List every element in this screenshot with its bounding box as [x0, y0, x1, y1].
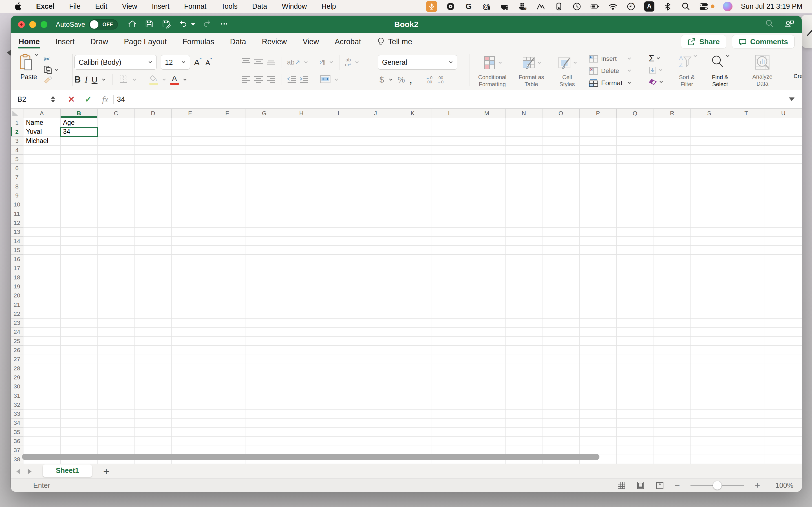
cell-T15[interactable]: [728, 245, 765, 255]
cell-G17[interactable]: [246, 264, 283, 273]
cell-S5[interactable]: [691, 155, 728, 164]
cell-G24[interactable]: [246, 328, 283, 337]
siri-icon[interactable]: [723, 2, 732, 11]
cell-K24[interactable]: [394, 328, 432, 337]
cell-P7[interactable]: [580, 173, 617, 182]
column-header-K[interactable]: K: [394, 109, 432, 118]
cell-T34[interactable]: [728, 418, 765, 428]
cell-C19[interactable]: [98, 282, 135, 291]
cell-P4[interactable]: [580, 146, 617, 155]
cell-L21[interactable]: [432, 300, 469, 309]
cell-G36[interactable]: [246, 437, 283, 446]
font-color-dropdown-icon[interactable]: [183, 78, 187, 81]
cell-U3[interactable]: [765, 136, 802, 146]
cell-C24[interactable]: [98, 328, 135, 337]
cell-S8[interactable]: [691, 182, 728, 191]
cell-N22[interactable]: [506, 309, 543, 318]
cell-N19[interactable]: [506, 282, 543, 291]
format-cells-button[interactable]: Format: [589, 78, 645, 88]
cell-C1[interactable]: [98, 118, 135, 127]
cell-E33[interactable]: [172, 409, 209, 418]
cell-D14[interactable]: [135, 237, 172, 245]
currency-format-button[interactable]: $: [379, 75, 384, 84]
cell-S19[interactable]: [691, 282, 728, 291]
cell-D28[interactable]: [135, 364, 172, 373]
cell-U8[interactable]: [765, 182, 802, 191]
cell-Q7[interactable]: [617, 173, 654, 182]
column-header-R[interactable]: R: [654, 109, 691, 118]
cell-K32[interactable]: [394, 400, 432, 409]
record-stop-icon[interactable]: [446, 2, 455, 11]
cell-I26[interactable]: [320, 346, 357, 355]
cell-D34[interactable]: [135, 418, 172, 428]
cell-H26[interactable]: [283, 346, 320, 355]
cell-E32[interactable]: [172, 400, 209, 409]
cell-R10[interactable]: [654, 200, 691, 209]
cell-T12[interactable]: [728, 218, 765, 227]
cell-D9[interactable]: [135, 191, 172, 200]
cell-S28[interactable]: [691, 364, 728, 373]
create-pdf-button[interactable]: Create PDF and share link: [786, 50, 802, 90]
formula-input-value[interactable]: 34: [117, 95, 125, 103]
cell-K25[interactable]: [394, 337, 432, 346]
cell-C33[interactable]: [98, 409, 135, 418]
tab-page-layout[interactable]: Page Layout: [123, 35, 167, 49]
cell-H36[interactable]: [283, 437, 320, 446]
cell-Q3[interactable]: [617, 136, 654, 146]
cell-J21[interactable]: [357, 300, 395, 309]
cell-U31[interactable]: [765, 391, 802, 400]
cell-D15[interactable]: [135, 245, 172, 255]
column-header-I[interactable]: I: [320, 109, 357, 118]
cell-Q19[interactable]: [617, 282, 654, 291]
cell-C9[interactable]: [98, 191, 135, 200]
sync-clock-icon[interactable]: !: [626, 2, 636, 11]
cell-K16[interactable]: [394, 255, 432, 264]
cell-R3[interactable]: [654, 136, 691, 146]
cell-E23[interactable]: [172, 319, 209, 328]
cell-I34[interactable]: [320, 418, 357, 428]
cell-B24[interactable]: [61, 328, 98, 337]
cell-E3[interactable]: [172, 136, 209, 146]
cell-P32[interactable]: [580, 400, 617, 409]
cell-L31[interactable]: [432, 391, 469, 400]
cell-M31[interactable]: [468, 391, 506, 400]
cell-L25[interactable]: [432, 337, 469, 346]
cell-U5[interactable]: [765, 155, 802, 164]
cell-Q33[interactable]: [617, 409, 654, 418]
cell-Q6[interactable]: [617, 164, 654, 173]
cell-J24[interactable]: [357, 328, 395, 337]
cell-P29[interactable]: [580, 373, 617, 382]
cell-E30[interactable]: [172, 382, 209, 391]
cell-C3[interactable]: [98, 136, 135, 146]
cell-A31[interactable]: [23, 391, 61, 400]
cell-E28[interactable]: [172, 364, 209, 373]
sort-filter-button[interactable]: AZ Sort & Filter: [670, 54, 703, 90]
cell-N24[interactable]: [506, 328, 543, 337]
cell-K7[interactable]: [394, 173, 432, 182]
cell-O19[interactable]: [543, 282, 580, 291]
cell-B25[interactable]: [61, 337, 98, 346]
cell-A11[interactable]: [23, 209, 61, 218]
align-bottom-button[interactable]: [266, 58, 275, 67]
cell-I32[interactable]: [320, 400, 357, 409]
cell-P17[interactable]: [580, 264, 617, 273]
cell-L24[interactable]: [432, 328, 469, 337]
cell-I17[interactable]: [320, 264, 357, 273]
cell-M7[interactable]: [468, 173, 506, 182]
cell-K17[interactable]: [394, 264, 432, 273]
cell-N17[interactable]: [506, 264, 543, 273]
cell-B7[interactable]: [61, 173, 98, 182]
cell-C15[interactable]: [98, 245, 135, 255]
cell-G4[interactable]: [246, 146, 283, 155]
row-header-13[interactable]: 13: [11, 228, 23, 237]
cell-L22[interactable]: [432, 309, 469, 318]
cell-Q35[interactable]: [617, 428, 654, 437]
cell-M15[interactable]: [468, 245, 506, 255]
column-header-P[interactable]: P: [580, 109, 617, 118]
cell-N7[interactable]: [506, 173, 543, 182]
page-layout-view-icon[interactable]: [637, 481, 645, 490]
cell-F32[interactable]: [209, 400, 246, 409]
row-header-37[interactable]: 37: [11, 446, 23, 455]
cell-N4[interactable]: [506, 146, 543, 155]
cell-Q16[interactable]: [617, 255, 654, 264]
